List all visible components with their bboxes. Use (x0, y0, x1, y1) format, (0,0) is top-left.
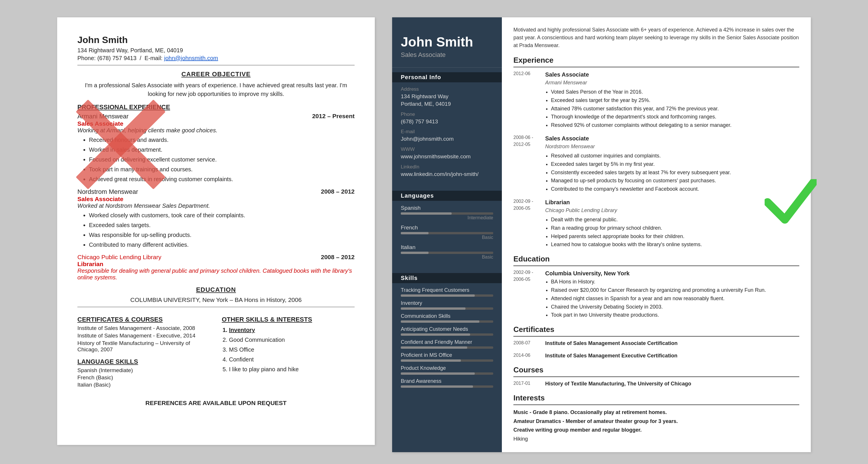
skills-section: Skills Tracking Frequent Customers Inven… (392, 268, 502, 396)
certs-col: CERTIFICATES & COURSES Institute of Sale… (78, 311, 210, 388)
job-row-1: Armani Menswear 2012 – Present (78, 113, 354, 120)
exp-row-2: 2008-06 - 2012-05 Sales Associate Nordst… (514, 134, 799, 193)
job-desc-2: Worked at Nordstrom Menswear Sales Depar… (78, 203, 354, 209)
education-title: EDUCATION (78, 286, 354, 293)
job-bullets-2: Worked closely with customers, took care… (89, 210, 354, 250)
interest-3: Creative writing group member and regula… (514, 426, 799, 435)
skill-name-2: Inventory (401, 300, 493, 306)
personal-info-label: Personal Info (392, 72, 502, 82)
skill-bar-6 (401, 359, 461, 362)
bullet: Consistently exceeded sales targets by a… (551, 169, 799, 177)
two-col-section: CERTIFICATES & COURSES Institute of Sale… (78, 311, 354, 388)
cert-3: History of Textile Manufacturing – Unive… (78, 340, 210, 353)
job-title-2: Sales Associate (78, 196, 354, 203)
exp-bullets-1: Voted Sales Person of the Year in 2016. … (551, 88, 799, 129)
bullet: Ran a reading group for primary school c… (551, 224, 799, 232)
experience-head: Experience (514, 55, 799, 67)
skill-name-4: Anticipating Customer Needs (401, 326, 493, 332)
skill-name-3: Communication Skills (401, 313, 493, 319)
other-skills-col: OTHER SKILLS & INTERESTS Inventory Good … (222, 311, 354, 388)
lang-bar-bg-2 (401, 232, 493, 234)
languages-section: Languages Spanish Intermediate French Ba… (392, 186, 502, 268)
job-company-2: Nordstrom Menswear (78, 188, 138, 196)
interest-1: Music - Grade 8 piano. Occasionally play… (514, 408, 799, 417)
skill-bar-7 (401, 372, 475, 375)
courses-head: Courses (514, 364, 799, 377)
bullet: Focused on delivering excellent customer… (89, 154, 354, 165)
skill-item-4: Anticipating Customer Needs (401, 326, 493, 336)
cert-dates-2: 2014-06 (514, 352, 545, 360)
www-label-sidebar: WWW (401, 146, 493, 152)
email-link[interactable]: john@johnsmith.com (164, 55, 218, 61)
exp-title-2: Sales Associate (545, 134, 799, 143)
left-contact: Phone: (678) 757 9413 / E-mail: john@joh… (78, 55, 354, 61)
lang-level-1: Intermediate (401, 215, 493, 221)
skill-name-6: Proficient in MS Office (401, 352, 493, 358)
exp-title-3: Librarian (545, 198, 799, 207)
exp-dates-1: 2012-06 (514, 70, 545, 129)
interest-4: Hiking (514, 435, 799, 443)
sidebar-address: 134 Rightward WayPortland, ME, 04019 (401, 93, 493, 108)
languages-label: Languages (392, 191, 502, 201)
cert-row-2: 2014-06 Institute of Sales Management Ex… (514, 352, 799, 360)
skill-item-2: Inventory (401, 300, 493, 310)
interests-head: Interests (514, 393, 799, 405)
job-company-1: Armani Menswear (78, 113, 128, 120)
edu-dates-1: 2002-09 - 2006-05 (514, 269, 545, 319)
job-dates-2: 2008 – 2012 (321, 188, 354, 195)
exp-detail-1: Sales Associate Armani Menswear Voted Sa… (545, 70, 799, 129)
edu-bullets-1: BA Hons in History. Raised over $20,000 … (551, 278, 799, 319)
bullet: Learned how to catalogue books with the … (551, 240, 799, 249)
sidebar-www: www.johnsmithswebsite.com (401, 153, 493, 161)
skill-2: Good Communication (229, 335, 354, 345)
lang-name-2: French (401, 225, 493, 231)
bullet: Resolved all customer inquiries and comp… (551, 152, 799, 160)
skill-item-7: Product Knowledge (401, 365, 493, 375)
job-title-3: Librarian (78, 261, 354, 267)
skill-item-3: Communication Skills (401, 313, 493, 323)
bullet: Exceeded sales targets. (89, 220, 354, 230)
exp-company-1: Armani Menswear (545, 79, 799, 87)
skill-bar-8 (401, 385, 473, 388)
exp-bullets-2: Resolved all customer inquiries and comp… (551, 152, 799, 193)
job-dates-1: 2012 – Present (312, 113, 354, 120)
cert-1: Institute of Sales Management - Associat… (78, 325, 210, 331)
resume-right: John Smith Sales Associate Personal Info… (392, 17, 811, 452)
bullet: Voted Sales Person of the Year in 2016. (551, 88, 799, 96)
lang-bar-fill-2 (401, 232, 429, 234)
bullet: Exceeded sales target for the year by 25… (551, 96, 799, 105)
course-row-1: 2017-01 History of Textile Manufacturing… (514, 380, 799, 388)
skill-item-5: Confident and Friendly Manner (401, 339, 493, 349)
lang-bar-bg-3 (401, 252, 493, 254)
phone-value: (678) 757 9413 (97, 55, 136, 61)
edu-row-1: 2002-09 - 2006-05 Columbia University, N… (514, 269, 799, 319)
linkedin-label-sidebar: LinkedIn (401, 164, 493, 170)
email-label: E-mail: (144, 55, 162, 61)
career-obj-title: CAREER OBJECTIVE (78, 70, 354, 78)
sidebar: John Smith Sales Associate Personal Info… (392, 17, 502, 452)
skill-1: Inventory (229, 325, 354, 335)
bullet: Contributed to the company's newsletter … (551, 185, 799, 193)
lang-bar-fill-1 (401, 212, 452, 215)
skill-name-1: Tracking Frequent Customers (401, 287, 493, 293)
skill-bar-2 (401, 308, 465, 310)
references: REFERENCES ARE AVAILABLE UPON REQUEST (78, 400, 354, 406)
other-skills-list: Inventory Good Communication MS Office C… (229, 325, 354, 374)
skill-bar-4 (401, 334, 470, 336)
bullet: Exceeded sales target by 5% in my first … (551, 160, 799, 169)
sidebar-phone: (678) 757 9413 (401, 118, 493, 126)
exp-row-3: 2002-09 - 2006-05 Librarian Chicago Publ… (514, 198, 799, 249)
phone-label: Phone: (78, 55, 96, 61)
sidebar-job-title: Sales Associate (401, 51, 493, 59)
lang-bar-fill-3 (401, 252, 429, 254)
interest-2: Amateur Dramatics - Member of amateur th… (514, 417, 799, 426)
bullet: Took part in many trainings and courses. (89, 165, 354, 174)
left-address: 134 Rightward Way, Portland, ME, 04019 (78, 47, 354, 54)
address-label: Address (401, 86, 493, 92)
bullet: Attended night classes in Spanish for a … (551, 294, 799, 303)
bullet: Chaired the University Debating Society … (551, 303, 799, 311)
resume-left: John Smith 134 Rightward Way, Portland, … (57, 17, 375, 445)
exp-row-1: 2012-06 Sales Associate Armani Menswear … (514, 70, 799, 129)
exp-title-1: Sales Associate (545, 70, 799, 79)
divider-bottom (78, 307, 354, 307)
